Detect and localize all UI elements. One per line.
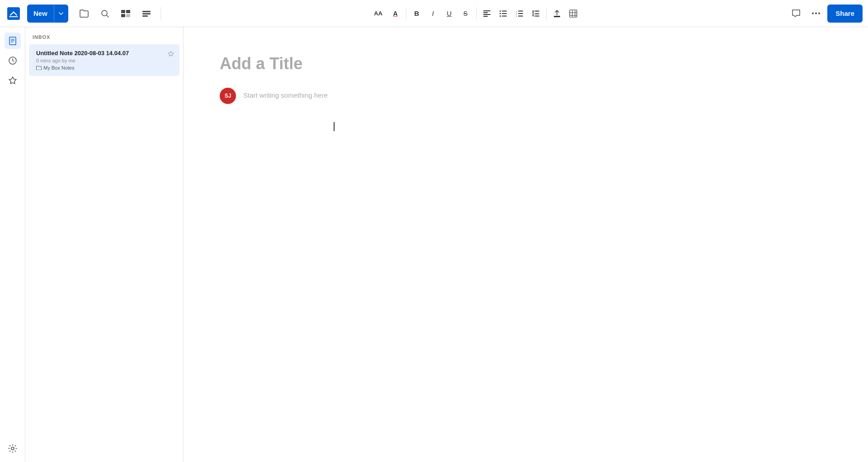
svg-rect-2 bbox=[121, 10, 125, 13]
italic-button[interactable]: I bbox=[425, 6, 441, 21]
svg-rect-20 bbox=[518, 10, 523, 11]
more-options-button[interactable] bbox=[807, 5, 825, 22]
svg-rect-32 bbox=[570, 10, 577, 17]
svg-rect-6 bbox=[142, 11, 151, 12]
svg-rect-0 bbox=[7, 7, 20, 20]
svg-point-38 bbox=[815, 13, 817, 14]
svg-rect-18 bbox=[502, 15, 507, 16]
bullet-list-button[interactable] bbox=[495, 6, 511, 21]
svg-rect-28 bbox=[535, 13, 539, 14]
format-separator-2 bbox=[476, 7, 476, 20]
new-button-group: New bbox=[27, 5, 68, 23]
search-button[interactable] bbox=[96, 5, 113, 22]
svg-point-15 bbox=[500, 13, 501, 14]
editor-content[interactable]: Add a Title SJ Start writing something h… bbox=[184, 27, 868, 462]
svg-point-17 bbox=[500, 15, 501, 17]
svg-rect-24 bbox=[518, 15, 523, 16]
right-toolbar: Share bbox=[788, 5, 863, 23]
align-button[interactable] bbox=[479, 6, 495, 21]
folder-button[interactable] bbox=[75, 5, 93, 22]
svg-rect-5 bbox=[126, 14, 130, 17]
note-folder: My Box Notes bbox=[36, 65, 172, 71]
note-star-button[interactable] bbox=[168, 51, 174, 58]
sidebar-icons bbox=[0, 27, 25, 462]
svg-rect-27 bbox=[532, 13, 534, 15]
editor-title[interactable]: Add a Title bbox=[220, 54, 832, 73]
bold-button[interactable]: B bbox=[409, 6, 425, 21]
new-button-main[interactable]: New bbox=[27, 5, 54, 23]
format-separator-3 bbox=[546, 7, 547, 20]
svg-point-45 bbox=[11, 447, 14, 450]
editor-placeholder[interactable]: Start writing something here bbox=[243, 88, 328, 99]
svg-point-37 bbox=[812, 13, 814, 14]
format-separator-1 bbox=[406, 7, 406, 20]
sidebar-starred-button[interactable] bbox=[5, 72, 21, 89]
editor-body: SJ Start writing something here bbox=[220, 88, 832, 104]
note-meta: 0 mins ago by me bbox=[36, 58, 172, 63]
main-layout: INBOX Untitled Note 2020-08-03 14.04.07 … bbox=[0, 27, 868, 462]
svg-text:3.: 3. bbox=[516, 15, 517, 17]
inbox-header: INBOX bbox=[25, 27, 183, 43]
text-cursor bbox=[334, 122, 335, 131]
svg-rect-16 bbox=[502, 13, 507, 14]
svg-rect-4 bbox=[121, 14, 125, 17]
svg-rect-11 bbox=[483, 14, 491, 15]
svg-rect-29 bbox=[532, 15, 534, 17]
user-avatar: SJ bbox=[220, 88, 236, 104]
notes-panel: INBOX Untitled Note 2020-08-03 14.04.07 … bbox=[25, 27, 184, 462]
svg-rect-14 bbox=[502, 10, 507, 11]
svg-rect-26 bbox=[535, 10, 539, 11]
svg-rect-31 bbox=[554, 16, 560, 17]
table-button[interactable] bbox=[566, 6, 581, 21]
layout-button[interactable] bbox=[138, 5, 155, 22]
svg-rect-9 bbox=[483, 10, 491, 11]
svg-point-1 bbox=[102, 10, 107, 16]
font-color-icon: A bbox=[393, 10, 398, 17]
font-size-icon: AA bbox=[374, 10, 382, 17]
note-folder-name: My Box Notes bbox=[43, 65, 74, 71]
upload-button[interactable] bbox=[549, 6, 565, 21]
underline-button[interactable]: U bbox=[442, 6, 457, 21]
note-item[interactable]: Untitled Note 2020-08-03 14.04.07 0 mins… bbox=[29, 44, 179, 76]
toolbar-separator-1 bbox=[160, 7, 161, 20]
svg-rect-12 bbox=[483, 16, 488, 17]
svg-point-39 bbox=[818, 13, 820, 14]
svg-point-13 bbox=[500, 10, 501, 12]
svg-rect-7 bbox=[142, 13, 151, 14]
checklist-button[interactable] bbox=[528, 6, 543, 21]
sidebar-notes-button[interactable] bbox=[5, 33, 21, 49]
new-button-dropdown[interactable] bbox=[54, 5, 68, 23]
app-logo[interactable] bbox=[5, 5, 22, 22]
svg-rect-3 bbox=[126, 10, 130, 13]
note-title: Untitled Note 2020-08-03 14.04.07 bbox=[36, 50, 172, 57]
top-toolbar: New AA A B I U S bbox=[0, 0, 868, 27]
svg-rect-8 bbox=[142, 15, 148, 17]
svg-rect-10 bbox=[483, 12, 488, 13]
view-toggle-button[interactable] bbox=[117, 5, 134, 22]
sidebar-recent-button[interactable] bbox=[5, 52, 21, 69]
editor-area: Add a Title SJ Start writing something h… bbox=[184, 27, 868, 462]
text-cursor-area bbox=[334, 122, 832, 133]
font-size-button[interactable]: AA bbox=[370, 6, 387, 21]
svg-rect-22 bbox=[518, 13, 523, 14]
font-color-button[interactable]: A bbox=[388, 6, 403, 21]
svg-rect-30 bbox=[535, 15, 539, 16]
sidebar-settings-button[interactable] bbox=[5, 440, 21, 457]
comment-button[interactable] bbox=[788, 5, 805, 22]
numbered-list-button[interactable]: 1.2.3. bbox=[512, 6, 527, 21]
share-button[interactable]: Share bbox=[827, 5, 863, 23]
strikethrough-button[interactable]: S bbox=[458, 6, 473, 21]
format-toolbar: AA A B I U S 1.2.3. bbox=[166, 6, 784, 21]
